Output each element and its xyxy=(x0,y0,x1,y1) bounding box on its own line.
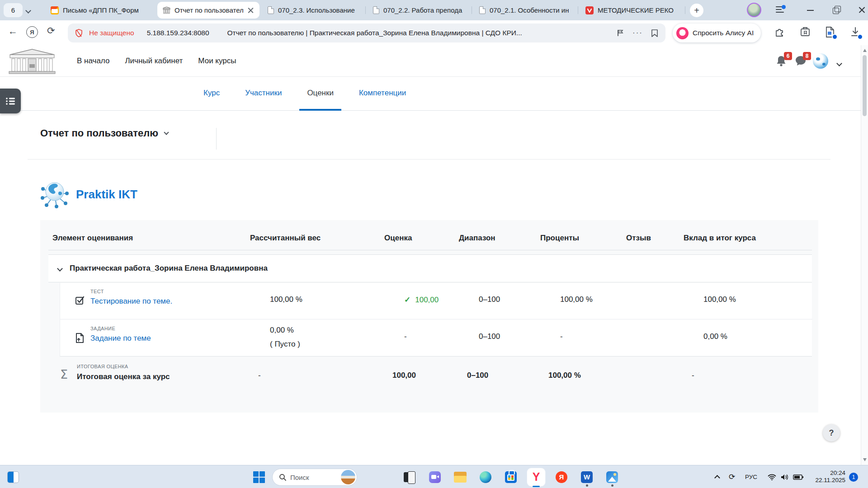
collections-icon[interactable] xyxy=(799,26,811,38)
language-indicator[interactable]: РУС xyxy=(745,465,757,488)
window-minimize-button[interactable] xyxy=(806,5,816,14)
taskbar-search[interactable]: Поиск xyxy=(272,469,357,486)
col-contribution: Вклад в итог курса xyxy=(684,234,756,243)
col-weight: Рассчитанный вес xyxy=(250,234,321,243)
refresh-button[interactable]: ⟳ xyxy=(47,25,55,36)
omnibox[interactable]: Не защищено 5.188.159.234:8080 Отчет по … xyxy=(68,23,665,42)
messages-icon[interactable]: 8 xyxy=(795,55,807,67)
page-title: Отчет по пользователю xyxy=(40,127,158,139)
volume-icon[interactable] xyxy=(780,465,788,488)
more-options-icon[interactable]: ··· xyxy=(632,28,643,38)
word-icon[interactable]: W xyxy=(578,467,596,488)
window-maximize-button[interactable] xyxy=(832,5,842,14)
microsoft-store-icon[interactable] xyxy=(502,467,520,488)
site-permissions-icon[interactable] xyxy=(616,29,624,37)
file-explorer-icon[interactable] xyxy=(451,467,469,488)
category-row[interactable]: Практическая работа_Зорина Елена Владими… xyxy=(48,254,812,282)
alice-icon xyxy=(676,27,689,39)
course-logo-globe xyxy=(40,180,69,209)
browser-profile-avatar[interactable] xyxy=(747,3,761,17)
windows-taskbar: Поиск Y Я W ⟳ РУС 20:24 xyxy=(0,465,868,488)
red-doc-icon xyxy=(585,6,594,14)
edge-browser-icon[interactable] xyxy=(476,467,495,488)
user-menu-chevron-icon[interactable] xyxy=(837,59,841,67)
clock-date: 22.11.2025 xyxy=(809,477,845,484)
building-icon xyxy=(163,6,170,14)
help-button[interactable]: ? xyxy=(823,424,840,441)
battery-icon[interactable] xyxy=(793,465,803,488)
scroll-down-arrow[interactable] xyxy=(863,458,867,461)
tab-close-icon[interactable] xyxy=(248,7,254,14)
url-text[interactable]: 5.188.159.234:8080 xyxy=(147,29,209,37)
tab-list-chevron-icon[interactable] xyxy=(26,6,30,14)
page-title-text: Отчет по пользователю | Практическая раб… xyxy=(227,29,604,37)
tab-course[interactable]: Курс xyxy=(196,77,227,111)
col-percent: Проценты xyxy=(540,234,579,243)
mail-icon xyxy=(51,6,59,14)
screen: 6 Письмо «ДПП ПК_Форм Отчет по пользоват… xyxy=(0,0,868,488)
tab-counter-button[interactable]: 6 xyxy=(4,3,23,17)
ask-alice-button[interactable]: Спросить Алису AI xyxy=(673,23,761,42)
start-button[interactable] xyxy=(253,471,265,483)
user-avatar[interactable] xyxy=(813,53,828,69)
collapse-chevron-icon[interactable] xyxy=(57,266,63,272)
course-tabstrip: Курс Участники Оценки Компетенции xyxy=(0,77,868,111)
tray-chevron-icon[interactable] xyxy=(715,465,719,488)
sidebar-panel-icon[interactable] xyxy=(776,6,784,14)
check-icon: ✓ xyxy=(404,296,410,304)
tab-doc-2-1[interactable]: 070_2.1. Особенности ин xyxy=(474,2,577,19)
extensions-puzzle-icon[interactable] xyxy=(774,26,786,38)
chat-app-icon[interactable] xyxy=(426,467,444,488)
tab-grades[interactable]: Оценки xyxy=(299,77,341,111)
taskbar-clock[interactable]: 20:24 22.11.2025 xyxy=(809,469,845,488)
course-index-drawer-button[interactable] xyxy=(0,89,21,113)
report-type-selector[interactable]: Отчет по пользователю xyxy=(40,127,168,139)
back-button[interactable]: ← xyxy=(8,26,18,37)
chevron-down-icon xyxy=(164,130,169,135)
tab-doc-2-2[interactable]: 070_2.2. Работа препода xyxy=(368,2,471,19)
course-total-label: Итоговая оценка за курс xyxy=(77,372,170,381)
nav-dashboard[interactable]: Личный кабинет xyxy=(125,56,183,66)
tab-mail[interactable]: Письмо «ДПП ПК_Форм xyxy=(45,2,155,19)
scrollbar-thumb[interactable] xyxy=(863,55,867,116)
nav-home[interactable]: В начало xyxy=(77,56,109,66)
section-divider xyxy=(28,159,830,160)
title-divider xyxy=(216,128,217,150)
new-tab-button[interactable]: + xyxy=(690,4,703,17)
yandex-logo-button[interactable]: Я xyxy=(26,26,38,38)
institution-logo[interactable] xyxy=(8,48,56,74)
security-status-label[interactable]: Не защищено xyxy=(89,29,134,37)
browser-address-bar: ← Я ⟳ Не защищено 5.188.159.234:8080 Отч… xyxy=(0,20,868,45)
shared-doc-icon[interactable] xyxy=(825,26,835,38)
running-indicator xyxy=(611,484,613,487)
table-row-quiz: ТЕСТ Тестирование по теме. 100,00 % ✓100… xyxy=(60,283,812,319)
wifi-icon[interactable] xyxy=(768,465,776,488)
yandex-app-icon[interactable]: Я xyxy=(552,467,571,488)
tab-participants[interactable]: Участники xyxy=(237,77,289,111)
bookmark-icon[interactable] xyxy=(651,29,658,38)
notification-center-badge[interactable]: 1 xyxy=(849,465,858,488)
page-scrollbar[interactable] xyxy=(861,45,868,465)
tab-competencies[interactable]: Компетенции xyxy=(351,77,414,111)
notifications-bell-icon[interactable]: 6 xyxy=(776,55,788,67)
nav-my-courses[interactable]: Мои курсы xyxy=(198,56,236,66)
tab-doc-2-3[interactable]: 070_2.3. Использование xyxy=(262,2,364,19)
tab-method-rec[interactable]: МЕТОДИЧЕСКИЕ РЕКО xyxy=(580,2,683,19)
quiz-link[interactable]: Тестирование по теме. xyxy=(90,297,172,306)
course-name[interactable]: Praktik IKT xyxy=(76,188,137,202)
widgets-icon[interactable] xyxy=(7,471,19,483)
downloads-icon[interactable] xyxy=(850,26,861,38)
assignment-link[interactable]: Задание по теме xyxy=(90,334,151,343)
scroll-up-arrow[interactable] xyxy=(863,49,867,52)
task-view-button[interactable] xyxy=(401,467,419,488)
document-icon xyxy=(373,6,379,14)
clock-time: 20:24 xyxy=(809,469,845,477)
window-close-button[interactable] xyxy=(857,5,867,14)
yandex-browser-icon[interactable]: Y xyxy=(527,467,545,488)
course-total-row: Σ ИТОГОВАЯ ОЦЕНКА Итоговая оценка за кур… xyxy=(48,361,812,393)
weather-widget-icon[interactable] xyxy=(341,470,355,484)
tab-report-active[interactable]: Отчет по пользовател xyxy=(157,2,259,19)
assignment-icon xyxy=(75,333,84,343)
active-app-indicator xyxy=(533,486,540,487)
photos-icon[interactable] xyxy=(603,467,621,488)
